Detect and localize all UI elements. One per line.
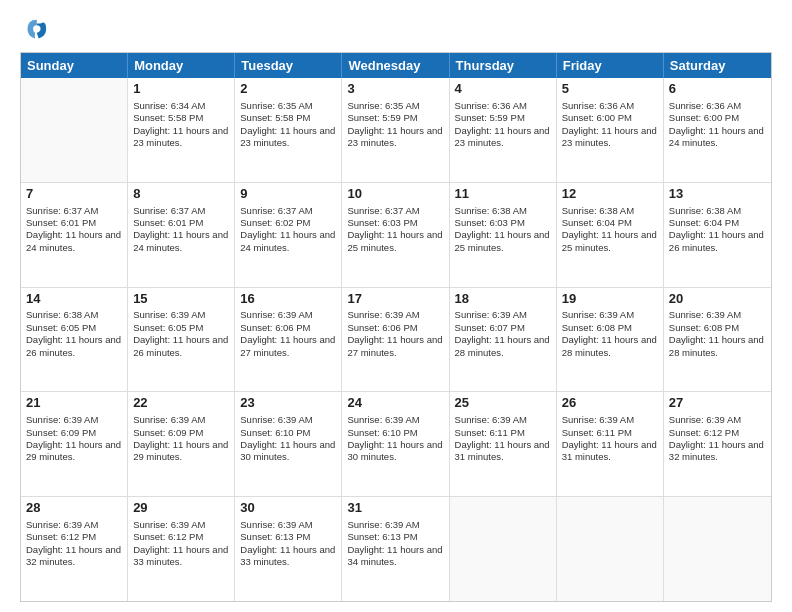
daylight-text: Daylight: 11 hours and 31 minutes. bbox=[455, 439, 550, 462]
cal-cell: 16Sunrise: 6:39 AMSunset: 6:06 PMDayligh… bbox=[235, 288, 342, 392]
cal-cell: 7Sunrise: 6:37 AMSunset: 6:01 PMDaylight… bbox=[21, 183, 128, 287]
day-number: 9 bbox=[240, 186, 336, 203]
sunrise-text: Sunrise: 6:37 AM bbox=[240, 205, 312, 216]
day-number: 21 bbox=[26, 395, 122, 412]
daylight-text: Daylight: 11 hours and 34 minutes. bbox=[347, 544, 442, 567]
day-number: 26 bbox=[562, 395, 658, 412]
cal-header-saturday: Saturday bbox=[664, 53, 771, 78]
day-number: 8 bbox=[133, 186, 229, 203]
cal-cell: 19Sunrise: 6:39 AMSunset: 6:08 PMDayligh… bbox=[557, 288, 664, 392]
cal-cell bbox=[21, 78, 128, 182]
header bbox=[20, 16, 772, 44]
daylight-text: Daylight: 11 hours and 31 minutes. bbox=[562, 439, 657, 462]
sunrise-text: Sunrise: 6:35 AM bbox=[240, 100, 312, 111]
daylight-text: Daylight: 11 hours and 29 minutes. bbox=[26, 439, 121, 462]
sunset-text: Sunset: 5:59 PM bbox=[347, 112, 417, 123]
day-number: 3 bbox=[347, 81, 443, 98]
sunset-text: Sunset: 6:00 PM bbox=[562, 112, 632, 123]
day-number: 1 bbox=[133, 81, 229, 98]
cal-cell: 15Sunrise: 6:39 AMSunset: 6:05 PMDayligh… bbox=[128, 288, 235, 392]
sunset-text: Sunset: 6:13 PM bbox=[347, 531, 417, 542]
cal-week-5: 28Sunrise: 6:39 AMSunset: 6:12 PMDayligh… bbox=[21, 497, 771, 601]
day-number: 6 bbox=[669, 81, 766, 98]
sunrise-text: Sunrise: 6:36 AM bbox=[455, 100, 527, 111]
sunset-text: Sunset: 6:12 PM bbox=[669, 427, 739, 438]
cal-cell bbox=[664, 497, 771, 601]
daylight-text: Daylight: 11 hours and 28 minutes. bbox=[455, 334, 550, 357]
daylight-text: Daylight: 11 hours and 32 minutes. bbox=[669, 439, 764, 462]
daylight-text: Daylight: 11 hours and 28 minutes. bbox=[669, 334, 764, 357]
day-number: 25 bbox=[455, 395, 551, 412]
day-number: 30 bbox=[240, 500, 336, 517]
sunrise-text: Sunrise: 6:37 AM bbox=[347, 205, 419, 216]
cal-cell: 23Sunrise: 6:39 AMSunset: 6:10 PMDayligh… bbox=[235, 392, 342, 496]
cal-cell: 8Sunrise: 6:37 AMSunset: 6:01 PMDaylight… bbox=[128, 183, 235, 287]
day-number: 4 bbox=[455, 81, 551, 98]
cal-cell: 31Sunrise: 6:39 AMSunset: 6:13 PMDayligh… bbox=[342, 497, 449, 601]
daylight-text: Daylight: 11 hours and 25 minutes. bbox=[562, 229, 657, 252]
cal-week-2: 7Sunrise: 6:37 AMSunset: 6:01 PMDaylight… bbox=[21, 183, 771, 288]
page: SundayMondayTuesdayWednesdayThursdayFrid… bbox=[0, 0, 792, 612]
sunrise-text: Sunrise: 6:39 AM bbox=[133, 414, 205, 425]
day-number: 5 bbox=[562, 81, 658, 98]
sunrise-text: Sunrise: 6:39 AM bbox=[240, 309, 312, 320]
daylight-text: Daylight: 11 hours and 32 minutes. bbox=[26, 544, 121, 567]
day-number: 2 bbox=[240, 81, 336, 98]
sunrise-text: Sunrise: 6:39 AM bbox=[133, 519, 205, 530]
logo-icon bbox=[20, 16, 48, 44]
cal-cell: 12Sunrise: 6:38 AMSunset: 6:04 PMDayligh… bbox=[557, 183, 664, 287]
daylight-text: Daylight: 11 hours and 33 minutes. bbox=[240, 544, 335, 567]
sunset-text: Sunset: 6:09 PM bbox=[26, 427, 96, 438]
sunset-text: Sunset: 6:03 PM bbox=[455, 217, 525, 228]
sunset-text: Sunset: 6:04 PM bbox=[669, 217, 739, 228]
cal-header-wednesday: Wednesday bbox=[342, 53, 449, 78]
cal-cell: 5Sunrise: 6:36 AMSunset: 6:00 PMDaylight… bbox=[557, 78, 664, 182]
cal-cell: 10Sunrise: 6:37 AMSunset: 6:03 PMDayligh… bbox=[342, 183, 449, 287]
sunrise-text: Sunrise: 6:39 AM bbox=[240, 414, 312, 425]
calendar-header-row: SundayMondayTuesdayWednesdayThursdayFrid… bbox=[21, 53, 771, 78]
sunrise-text: Sunrise: 6:39 AM bbox=[347, 309, 419, 320]
sunset-text: Sunset: 5:58 PM bbox=[240, 112, 310, 123]
cal-cell: 24Sunrise: 6:39 AMSunset: 6:10 PMDayligh… bbox=[342, 392, 449, 496]
daylight-text: Daylight: 11 hours and 27 minutes. bbox=[240, 334, 335, 357]
daylight-text: Daylight: 11 hours and 24 minutes. bbox=[240, 229, 335, 252]
cal-cell: 4Sunrise: 6:36 AMSunset: 5:59 PMDaylight… bbox=[450, 78, 557, 182]
sunset-text: Sunset: 6:08 PM bbox=[562, 322, 632, 333]
sunrise-text: Sunrise: 6:37 AM bbox=[133, 205, 205, 216]
daylight-text: Daylight: 11 hours and 23 minutes. bbox=[133, 125, 228, 148]
sunrise-text: Sunrise: 6:39 AM bbox=[347, 519, 419, 530]
cal-cell bbox=[450, 497, 557, 601]
day-number: 23 bbox=[240, 395, 336, 412]
sunset-text: Sunset: 6:05 PM bbox=[26, 322, 96, 333]
daylight-text: Daylight: 11 hours and 28 minutes. bbox=[562, 334, 657, 357]
daylight-text: Daylight: 11 hours and 25 minutes. bbox=[347, 229, 442, 252]
day-number: 31 bbox=[347, 500, 443, 517]
sunrise-text: Sunrise: 6:38 AM bbox=[669, 205, 741, 216]
daylight-text: Daylight: 11 hours and 23 minutes. bbox=[240, 125, 335, 148]
daylight-text: Daylight: 11 hours and 25 minutes. bbox=[455, 229, 550, 252]
sunrise-text: Sunrise: 6:39 AM bbox=[562, 309, 634, 320]
day-number: 13 bbox=[669, 186, 766, 203]
sunrise-text: Sunrise: 6:39 AM bbox=[669, 309, 741, 320]
sunset-text: Sunset: 6:09 PM bbox=[133, 427, 203, 438]
cal-cell: 6Sunrise: 6:36 AMSunset: 6:00 PMDaylight… bbox=[664, 78, 771, 182]
sunset-text: Sunset: 6:06 PM bbox=[347, 322, 417, 333]
sunset-text: Sunset: 6:10 PM bbox=[240, 427, 310, 438]
cal-cell: 25Sunrise: 6:39 AMSunset: 6:11 PMDayligh… bbox=[450, 392, 557, 496]
cal-cell: 13Sunrise: 6:38 AMSunset: 6:04 PMDayligh… bbox=[664, 183, 771, 287]
cal-week-1: 1Sunrise: 6:34 AMSunset: 5:58 PMDaylight… bbox=[21, 78, 771, 183]
day-number: 19 bbox=[562, 291, 658, 308]
cal-cell: 22Sunrise: 6:39 AMSunset: 6:09 PMDayligh… bbox=[128, 392, 235, 496]
cal-header-sunday: Sunday bbox=[21, 53, 128, 78]
logo bbox=[20, 16, 52, 44]
daylight-text: Daylight: 11 hours and 26 minutes. bbox=[26, 334, 121, 357]
cal-cell bbox=[557, 497, 664, 601]
sunset-text: Sunset: 6:01 PM bbox=[133, 217, 203, 228]
sunrise-text: Sunrise: 6:39 AM bbox=[240, 519, 312, 530]
day-number: 27 bbox=[669, 395, 766, 412]
sunset-text: Sunset: 6:01 PM bbox=[26, 217, 96, 228]
sunrise-text: Sunrise: 6:39 AM bbox=[455, 414, 527, 425]
daylight-text: Daylight: 11 hours and 26 minutes. bbox=[133, 334, 228, 357]
cal-header-monday: Monday bbox=[128, 53, 235, 78]
sunset-text: Sunset: 6:12 PM bbox=[26, 531, 96, 542]
